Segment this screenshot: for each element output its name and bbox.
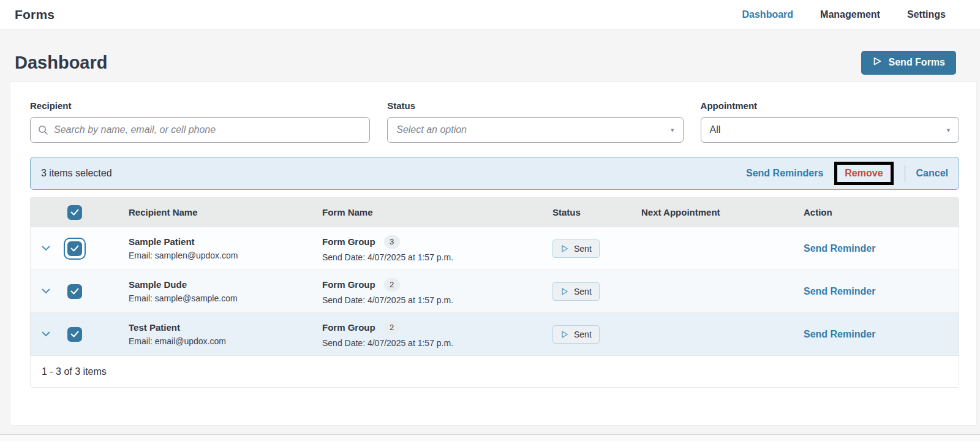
appointment-select-value: All xyxy=(710,124,721,135)
row-select-cell xyxy=(31,241,129,256)
recipient-name: Sample Dude xyxy=(129,279,322,290)
top-navigation: Dashboard Management Settings xyxy=(742,9,946,20)
nav-management[interactable]: Management xyxy=(820,9,880,20)
action-cell: Send Reminder xyxy=(804,286,959,297)
form-name: Form Group xyxy=(322,322,375,333)
action-cell: Send Reminder xyxy=(804,243,959,254)
remove-button[interactable]: Remove xyxy=(845,168,883,178)
header-next-appointment: Next Appointment xyxy=(641,207,804,217)
header-recipient-name: Recipient Name xyxy=(129,207,322,217)
dashboard-card: Recipient Status Select an option ▾ Appo… xyxy=(10,81,977,426)
status-label: Sent xyxy=(574,244,592,254)
table-header-row: Recipient Name Form Name Status Next App… xyxy=(31,198,959,227)
send-reminder-link[interactable]: Send Reminder xyxy=(804,329,875,339)
recipient-search-input[interactable] xyxy=(54,124,362,135)
send-date: Send Date: 4/07/2025 at 1:57 p.m. xyxy=(322,252,552,262)
recipient-email: Email: email@updox.com xyxy=(129,336,322,346)
caret-down-icon: ▾ xyxy=(946,126,950,134)
send-icon xyxy=(872,56,883,69)
divider xyxy=(905,165,905,182)
recipient-cell: Test Patient Email: email@updox.com xyxy=(129,322,322,346)
remove-annotation-highlight: Remove xyxy=(834,162,893,185)
appointment-filter: Appointment All ▾ xyxy=(701,100,959,143)
search-icon xyxy=(38,125,48,135)
selection-summary: 3 items selected xyxy=(41,168,112,179)
window-bottom-edge xyxy=(0,434,980,441)
page-header: Dashboard Send Forms xyxy=(0,30,980,79)
selection-actions: Send Reminders Remove Cancel xyxy=(746,162,948,185)
form-name: Form Group xyxy=(322,236,375,247)
selection-bar: 3 items selected Send Reminders Remove C… xyxy=(30,157,959,190)
items-count: 1 - 3 of 3 items xyxy=(42,366,107,377)
recipient-label: Recipient xyxy=(30,100,370,111)
send-reminder-link[interactable]: Send Reminder xyxy=(804,243,875,254)
table-footer: 1 - 3 of 3 items xyxy=(31,355,959,387)
recipient-cell: Sample Patient Email: samplen@updox.com xyxy=(129,236,322,260)
checkbox-focus-ring xyxy=(64,238,86,260)
status-filter: Status Select an option ▾ xyxy=(387,100,683,143)
page-title: Dashboard xyxy=(15,53,107,73)
send-date: Send Date: 4/07/2025 at 1:57 p.m. xyxy=(322,295,552,305)
send-forms-label: Send Forms xyxy=(889,57,945,68)
status-cell: Sent xyxy=(552,239,641,258)
recipient-email: Email: samplen@updox.com xyxy=(129,251,322,260)
send-reminders-button[interactable]: Send Reminders xyxy=(746,168,823,179)
nav-settings[interactable]: Settings xyxy=(907,9,946,20)
row-checkbox[interactable] xyxy=(67,327,82,342)
sent-icon xyxy=(560,287,569,296)
status-badge: Sent xyxy=(552,239,600,258)
table-row: Sample Dude Email: sample@sample.com For… xyxy=(31,270,959,312)
forms-table: Recipient Name Form Name Status Next App… xyxy=(30,197,959,388)
chevron-down-icon[interactable] xyxy=(42,288,50,294)
status-label: Status xyxy=(387,100,683,111)
header-action: Action xyxy=(804,207,959,217)
select-all-checkbox[interactable] xyxy=(67,205,82,220)
form-cell: Form Group 3 Send Date: 4/07/2025 at 1:5… xyxy=(322,235,552,262)
status-select-value: Select an option xyxy=(396,124,467,135)
table-row: Test Patient Email: email@updox.com Form… xyxy=(31,312,959,355)
form-count-badge: 3 xyxy=(384,235,400,249)
top-bar: Forms Dashboard Management Settings xyxy=(0,0,980,30)
form-count-badge: 2 xyxy=(384,321,400,334)
recipient-email: Email: sample@sample.com xyxy=(129,293,322,303)
recipient-cell: Sample Dude Email: sample@sample.com xyxy=(129,279,322,303)
form-count-badge: 2 xyxy=(384,278,400,292)
form-cell: Form Group 2 Send Date: 4/07/2025 at 1:5… xyxy=(322,321,552,348)
status-label: Sent xyxy=(574,287,592,296)
page-bottom-gap xyxy=(0,426,980,434)
header-status: Status xyxy=(552,207,641,217)
appointment-select[interactable]: All ▾ xyxy=(701,117,959,143)
status-badge: Sent xyxy=(552,325,600,344)
chevron-down-icon[interactable] xyxy=(42,246,50,251)
filter-row: Recipient Status Select an option ▾ Appo… xyxy=(30,100,959,143)
nav-dashboard[interactable]: Dashboard xyxy=(742,9,794,20)
chevron-down-icon[interactable] xyxy=(42,331,50,337)
form-name: Form Group xyxy=(322,279,375,290)
status-badge: Sent xyxy=(552,282,600,301)
row-select-cell xyxy=(31,284,129,299)
form-cell: Form Group 2 Send Date: 4/07/2025 at 1:5… xyxy=(322,278,552,305)
appointment-label: Appointment xyxy=(701,100,959,111)
sent-icon xyxy=(560,330,569,339)
recipient-name: Sample Patient xyxy=(129,236,322,247)
row-select-cell xyxy=(31,327,129,342)
header-select-cell xyxy=(31,205,129,220)
status-cell: Sent xyxy=(552,282,641,301)
recipient-name: Test Patient xyxy=(129,322,322,333)
send-reminder-link[interactable]: Send Reminder xyxy=(804,286,875,296)
header-form-name: Form Name xyxy=(322,207,552,217)
send-date: Send Date: 4/07/2025 at 1:57 p.m. xyxy=(322,338,552,348)
status-label: Sent xyxy=(574,330,592,339)
status-select[interactable]: Select an option ▾ xyxy=(387,117,683,143)
action-cell: Send Reminder xyxy=(804,329,959,340)
table-row: Sample Patient Email: samplen@updox.com … xyxy=(31,227,959,270)
app-title: Forms xyxy=(15,7,55,22)
recipient-filter: Recipient xyxy=(30,100,370,143)
status-cell: Sent xyxy=(552,325,641,344)
recipient-search-box xyxy=(30,117,370,143)
caret-down-icon: ▾ xyxy=(671,126,674,134)
cancel-button[interactable]: Cancel xyxy=(916,168,948,179)
row-checkbox[interactable] xyxy=(67,284,82,299)
row-checkbox[interactable] xyxy=(67,241,82,256)
send-forms-button[interactable]: Send Forms xyxy=(861,51,956,75)
